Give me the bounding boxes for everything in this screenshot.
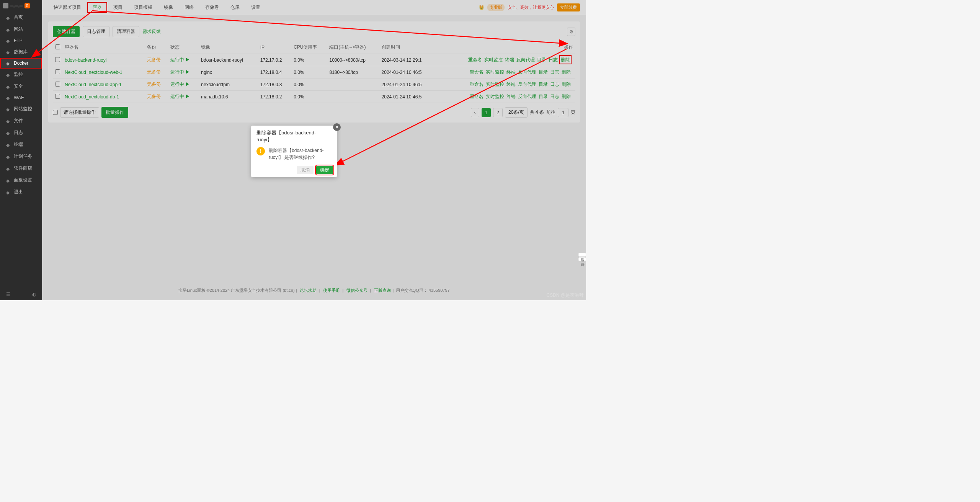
op-目录[interactable]: 目录 — [539, 69, 548, 75]
op-反向代理[interactable]: 反向代理 — [518, 82, 536, 87]
sidebar-label: 网站 — [14, 26, 23, 33]
sidebar-item-store[interactable]: ◆软件商店 — [0, 162, 42, 174]
op-终端[interactable]: 终端 — [505, 57, 514, 62]
op-删除[interactable]: 删除 — [562, 94, 571, 99]
container-name-link[interactable]: NextCloud_nextcloud-db-1 — [65, 94, 119, 100]
batch-go-button[interactable]: 批量操作 — [101, 107, 128, 118]
play-icon[interactable]: ▶ — [185, 69, 190, 75]
sidebar-item-db[interactable]: ◆数据库 — [0, 46, 42, 58]
op-目录[interactable]: 目录 — [539, 94, 548, 99]
op-日志[interactable]: 日志 — [550, 82, 559, 87]
container-name-link[interactable]: NextCloud_nextcloud-web-1 — [65, 70, 122, 75]
tab-项目[interactable]: 项目 — [108, 2, 128, 13]
batch-select[interactable]: 请选择批量操作 — [60, 107, 99, 118]
op-反向代理[interactable]: 反向代理 — [518, 94, 536, 99]
play-icon[interactable]: ▶ — [185, 82, 190, 87]
sidebar-item-settings[interactable]: ◆面板设置 — [0, 174, 42, 186]
play-icon[interactable]: ▶ — [185, 57, 190, 62]
op-终端[interactable]: 终端 — [506, 69, 516, 75]
backup-status[interactable]: 无备份 — [147, 57, 161, 62]
sidebar-item-ftp[interactable]: ◆FTP — [0, 35, 42, 46]
op-日志[interactable]: 日志 — [550, 94, 559, 99]
terminal-icon: ◆ — [6, 142, 11, 147]
op-目录[interactable]: 目录 — [539, 82, 548, 87]
sidebar-item-shield[interactable]: ◆安全 — [0, 80, 42, 92]
op-日志[interactable]: 日志 — [549, 57, 558, 62]
tab-项目模板[interactable]: 项目模板 — [129, 2, 158, 13]
create-container-button[interactable]: 创建容器 — [53, 26, 80, 37]
op-重命名[interactable]: 重命名 — [468, 57, 482, 62]
sidebar-item-home[interactable]: ◆首页 — [0, 11, 42, 23]
select-all[interactable] — [55, 44, 60, 49]
footer-link[interactable]: 使用手册 — [323, 288, 340, 293]
row-checkbox[interactable] — [55, 94, 60, 99]
op-终端[interactable]: 终端 — [506, 82, 516, 87]
close-icon[interactable]: ✕ — [333, 123, 341, 131]
container-name-link[interactable]: NextCloud_nextcloud-app-1 — [65, 82, 122, 87]
log-manage-button[interactable]: 日志管理 — [83, 26, 109, 37]
notification-badge[interactable]: 0 — [24, 3, 30, 8]
row-checkbox[interactable] — [55, 82, 60, 87]
sidebar-item-waf[interactable]: ◆WAF — [0, 92, 42, 103]
per-page-select[interactable]: 20条/页 — [505, 107, 528, 118]
select-all-checkbox[interactable] — [53, 110, 58, 115]
float-kefu[interactable]: 客服 — [578, 253, 586, 257]
tab-镜像[interactable]: 镜像 — [158, 2, 178, 13]
run-status: 运行中 — [170, 82, 184, 87]
op-删除[interactable]: 删除 — [560, 56, 571, 64]
tab-存储卷[interactable]: 存储卷 — [200, 2, 224, 13]
op-终端[interactable]: 终端 — [506, 94, 516, 99]
theme-icon[interactable]: ◐ — [32, 292, 36, 297]
footer-link[interactable]: 微信公众号 — [346, 288, 368, 293]
page-2[interactable]: 2 — [493, 108, 503, 117]
float-review[interactable]: 评价 — [578, 257, 586, 261]
gear-icon[interactable]: ⚙ — [567, 28, 575, 36]
op-删除[interactable]: 删除 — [562, 69, 571, 75]
cancel-button[interactable]: 取消 — [297, 166, 314, 174]
goto-input[interactable] — [558, 108, 568, 117]
backup-status[interactable]: 无备份 — [147, 82, 161, 87]
play-icon[interactable]: ▶ — [185, 94, 190, 99]
sidebar-item-terminal[interactable]: ◆终端 — [0, 139, 42, 150]
backup-status[interactable]: 无备份 — [147, 69, 161, 75]
tab-容器[interactable]: 容器 — [87, 2, 107, 13]
footer-link[interactable]: 论坛求助 — [300, 288, 317, 293]
op-重命名[interactable]: 重命名 — [470, 82, 483, 87]
op-实时监控[interactable]: 实时监控 — [486, 82, 504, 87]
op-实时监控[interactable]: 实时监控 — [486, 94, 504, 99]
clean-container-button[interactable]: 清理容器 — [113, 26, 139, 37]
sidebar-item-cloud[interactable]: ◆Docker — [0, 58, 42, 69]
backup-status[interactable]: 无备份 — [147, 94, 161, 99]
tab-设置[interactable]: 设置 — [246, 2, 266, 13]
sidebar-item-cron[interactable]: ◆计划任务 — [0, 150, 42, 162]
container-name-link[interactable]: bdosr-backend-ruoyi — [65, 57, 106, 63]
row-checkbox[interactable] — [55, 57, 60, 62]
op-反向代理[interactable]: 反向代理 — [518, 69, 536, 75]
sidebar-item-log[interactable]: ◆日志 — [0, 127, 42, 139]
col-header: 容器名 — [62, 41, 145, 54]
tab-网络[interactable]: 网络 — [179, 2, 199, 13]
feedback-link[interactable]: 需求反馈 — [142, 28, 161, 35]
op-反向代理[interactable]: 反向代理 — [516, 57, 535, 62]
sidebar-item-globe[interactable]: ◆网站 — [0, 23, 42, 35]
footer-link[interactable]: 正版查询 — [374, 288, 391, 293]
collapse-icon[interactable]: ☰ — [6, 292, 10, 297]
op-实时监控[interactable]: 实时监控 — [484, 57, 503, 62]
op-目录[interactable]: 目录 — [537, 57, 546, 62]
op-实时监控[interactable]: 实时监控 — [486, 69, 504, 75]
page-1[interactable]: 1 — [482, 108, 491, 117]
ok-button[interactable]: 确定 — [316, 166, 333, 174]
op-重命名[interactable]: 重命名 — [470, 69, 483, 75]
op-删除[interactable]: 删除 — [562, 82, 571, 87]
prev-page[interactable]: ‹ — [471, 108, 479, 117]
sidebar-item-sitemon[interactable]: ◆网站监控 — [0, 103, 42, 115]
op-日志[interactable]: 日志 — [550, 69, 559, 75]
sidebar-item-folder[interactable]: ◆文件 — [0, 115, 42, 127]
tab-仓库[interactable]: 仓库 — [225, 2, 245, 13]
renew-button[interactable]: 立即续费 — [557, 3, 580, 11]
sidebar-item-exit[interactable]: ◆退出 — [0, 186, 42, 198]
row-checkbox[interactable] — [55, 69, 60, 74]
tab-快速部署项目[interactable]: 快速部署项目 — [48, 2, 87, 13]
op-重命名[interactable]: 重命名 — [470, 94, 483, 99]
sidebar-item-monitor[interactable]: ◆监控 — [0, 69, 42, 80]
